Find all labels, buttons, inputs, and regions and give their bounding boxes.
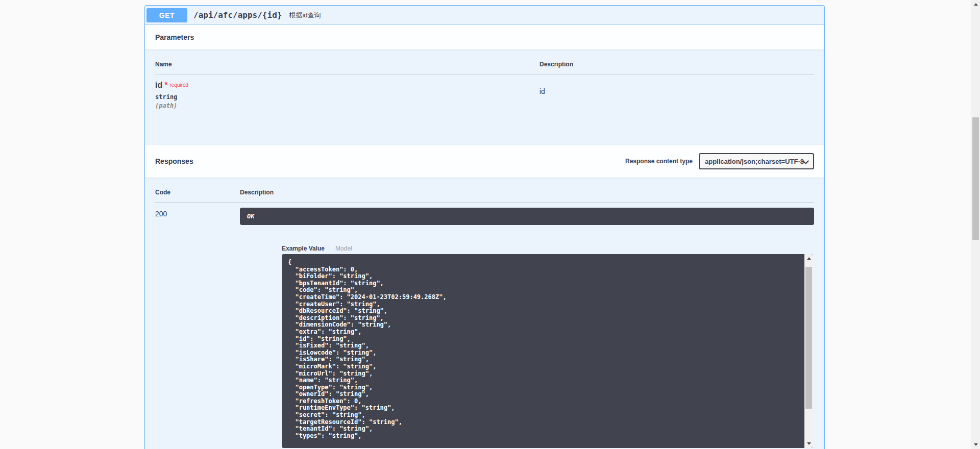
response-status-code: 200 [155,203,240,448]
response-content-type-value: application/json;charset=UTF-8 [705,158,804,165]
responses-code-column-header: Code [155,189,240,196]
parameters-title: Parameters [155,33,194,41]
response-description-cell: OK Example Value Model { "accessToken": … [240,203,814,448]
example-code: { "accessToken": 0, "biFolder": "string"… [282,254,813,444]
responses-table: Code Description 200 OK Example Value Mo… [145,178,824,448]
triangle-up-icon [974,3,978,6]
triangle-down-icon [974,443,978,446]
response-description-bar: OK [240,208,814,225]
parameter-type: string [155,93,540,101]
parameters-name-column-header: Name [155,61,540,68]
responses-description-column-header: Description [240,189,814,196]
code-scrollbar-thumb[interactable] [805,267,812,409]
operation-path: /api/afc/apps/{id} [193,10,282,20]
tab-model[interactable]: Model [335,245,352,252]
parameters-table: Name Description id*required string (pat… [145,49,824,145]
code-scroll-up-button[interactable] [804,254,813,263]
required-label: required [169,82,188,88]
page-scroll-down-button[interactable] [971,440,980,449]
parameter-location: (path) [155,102,540,109]
required-star: * [164,81,167,89]
operation-summary[interactable]: GET /api/afc/apps/{id} 根据id查询 [145,6,824,25]
parameters-section-header: Parameters [145,25,824,49]
triangle-up-icon [807,257,811,260]
tab-divider [330,245,330,252]
example-tabs: Example Value Model [282,244,814,252]
parameter-description: id [540,81,814,145]
parameters-table-header: Name Description [155,58,814,74]
example-code-block[interactable]: { "accessToken": 0, "biFolder": "string"… [282,254,813,448]
parameters-description-column-header: Description [540,61,814,68]
code-scroll-down-button[interactable] [804,439,813,448]
tab-example-value[interactable]: Example Value [282,245,325,252]
page-scrollbar-thumb[interactable] [972,117,979,240]
responses-title: Responses [155,157,193,165]
triangle-down-icon [807,442,811,445]
operation-block: GET /api/afc/apps/{id} 根据id查询 Parameters… [144,5,825,449]
response-content-type-control: Response content type application/json;c… [625,153,814,169]
operation-description: 根据id查询 [289,11,321,20]
page-scrollbar[interactable] [971,0,980,449]
parameter-row: id*required string (path) id [155,74,814,145]
model-example: Example Value Model { "accessToken": 0, … [282,244,814,448]
response-row: 200 OK Example Value Model { "accessToke… [155,203,814,448]
response-content-type-select[interactable]: application/json;charset=UTF-8 [699,153,814,169]
parameter-name-cell: id*required string (path) [155,81,540,145]
responses-section-header: Responses Response content type applicat… [145,145,824,178]
response-content-type-label: Response content type [625,158,693,165]
http-method-badge: GET [146,8,187,22]
responses-table-header: Code Description [155,186,814,203]
chevron-down-icon [802,160,809,164]
parameter-name: id [155,81,162,89]
page-scroll-up-button[interactable] [971,0,980,9]
code-scrollbar[interactable] [804,254,813,448]
